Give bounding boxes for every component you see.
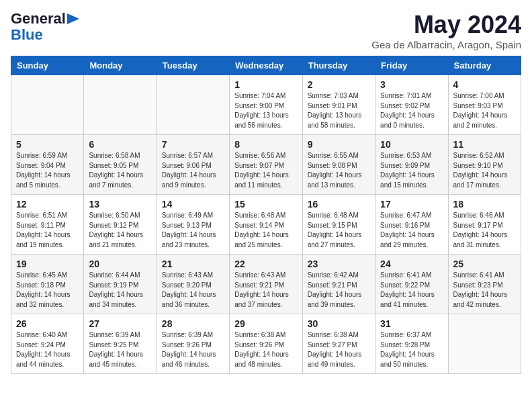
calendar-cell: 3Sunrise: 7:01 AM Sunset: 9:02 PM Daylig… (375, 75, 448, 135)
day-number: 29 (234, 318, 297, 329)
day-number: 13 (89, 199, 151, 210)
calendar-cell (157, 75, 229, 135)
day-info: Sunrise: 6:55 AM Sunset: 9:08 PM Dayligh… (308, 151, 370, 190)
calendar-cell: 22Sunrise: 6:43 AM Sunset: 9:21 PM Dayli… (230, 255, 302, 314)
calendar-cell: 20Sunrise: 6:44 AM Sunset: 9:19 PM Dayli… (84, 255, 157, 314)
day-info: Sunrise: 6:51 AM Sunset: 9:11 PM Dayligh… (16, 211, 79, 250)
logo-arrow-icon (67, 13, 82, 25)
calendar-cell: 29Sunrise: 6:38 AM Sunset: 9:26 PM Dayli… (230, 314, 302, 374)
day-info: Sunrise: 6:41 AM Sunset: 9:23 PM Dayligh… (453, 271, 516, 310)
day-info: Sunrise: 6:46 AM Sunset: 9:17 PM Dayligh… (453, 211, 516, 250)
day-info: Sunrise: 7:04 AM Sunset: 9:00 PM Dayligh… (234, 91, 297, 130)
day-info: Sunrise: 6:48 AM Sunset: 9:14 PM Dayligh… (234, 211, 297, 250)
calendar-week-row: 19Sunrise: 6:45 AM Sunset: 9:18 PM Dayli… (11, 255, 521, 314)
day-number: 5 (16, 139, 79, 150)
calendar-cell: 17Sunrise: 6:47 AM Sunset: 9:16 PM Dayli… (375, 195, 448, 255)
calendar-cell: 4Sunrise: 7:00 AM Sunset: 9:03 PM Daylig… (448, 75, 521, 135)
day-number: 16 (308, 199, 370, 210)
location-text: Gea de Albarracin, Aragon, Spain (371, 39, 521, 50)
calendar-cell (11, 75, 84, 135)
weekday-header-saturday: Saturday (448, 56, 521, 75)
calendar-table: SundayMondayTuesdayWednesdayThursdayFrid… (11, 56, 521, 374)
day-info: Sunrise: 6:56 AM Sunset: 9:07 PM Dayligh… (234, 151, 297, 190)
day-info: Sunrise: 6:43 AM Sunset: 9:21 PM Dayligh… (234, 271, 297, 310)
day-number: 3 (380, 79, 443, 90)
calendar-cell: 21Sunrise: 6:43 AM Sunset: 9:20 PM Dayli… (157, 255, 229, 314)
calendar-cell: 14Sunrise: 6:49 AM Sunset: 9:13 PM Dayli… (157, 195, 229, 255)
day-number: 15 (234, 199, 297, 210)
calendar-cell: 6Sunrise: 6:58 AM Sunset: 9:05 PM Daylig… (84, 135, 157, 195)
logo-text-general: General (11, 11, 66, 27)
calendar-cell: 27Sunrise: 6:39 AM Sunset: 9:25 PM Dayli… (84, 314, 157, 374)
day-info: Sunrise: 6:38 AM Sunset: 9:26 PM Dayligh… (234, 330, 297, 369)
day-info: Sunrise: 6:50 AM Sunset: 9:12 PM Dayligh… (89, 211, 151, 250)
day-number: 6 (89, 139, 151, 150)
calendar-cell: 15Sunrise: 6:48 AM Sunset: 9:14 PM Dayli… (230, 195, 302, 255)
weekday-header-tuesday: Tuesday (157, 56, 229, 75)
calendar-cell: 26Sunrise: 6:40 AM Sunset: 9:24 PM Dayli… (11, 314, 84, 374)
calendar-week-row: 1Sunrise: 7:04 AM Sunset: 9:00 PM Daylig… (11, 75, 521, 135)
calendar-cell (448, 314, 521, 374)
day-number: 25 (453, 259, 516, 269)
calendar-cell: 11Sunrise: 6:52 AM Sunset: 9:10 PM Dayli… (448, 135, 521, 195)
day-number: 24 (380, 259, 443, 269)
svg-marker-0 (67, 13, 79, 24)
day-info: Sunrise: 7:00 AM Sunset: 9:03 PM Dayligh… (453, 91, 516, 130)
weekday-header-sunday: Sunday (11, 56, 84, 75)
day-info: Sunrise: 6:38 AM Sunset: 9:27 PM Dayligh… (308, 330, 370, 369)
calendar-cell: 25Sunrise: 6:41 AM Sunset: 9:23 PM Dayli… (448, 255, 521, 314)
calendar-cell: 2Sunrise: 7:03 AM Sunset: 9:01 PM Daylig… (302, 75, 375, 135)
day-info: Sunrise: 6:59 AM Sunset: 9:04 PM Dayligh… (16, 151, 79, 190)
calendar-cell: 23Sunrise: 6:42 AM Sunset: 9:21 PM Dayli… (302, 255, 375, 314)
day-info: Sunrise: 6:49 AM Sunset: 9:13 PM Dayligh… (162, 211, 224, 250)
day-number: 28 (162, 318, 224, 329)
day-number: 9 (308, 139, 370, 150)
calendar-cell: 9Sunrise: 6:55 AM Sunset: 9:08 PM Daylig… (302, 135, 375, 195)
day-info: Sunrise: 6:43 AM Sunset: 9:20 PM Dayligh… (162, 271, 224, 310)
day-number: 14 (162, 199, 224, 210)
calendar-cell: 31Sunrise: 6:37 AM Sunset: 9:28 PM Dayli… (375, 314, 448, 374)
page-header: General Blue May 2024 Gea de Albarracin,… (11, 11, 521, 50)
calendar-cell: 5Sunrise: 6:59 AM Sunset: 9:04 PM Daylig… (11, 135, 84, 195)
calendar-cell: 16Sunrise: 6:48 AM Sunset: 9:15 PM Dayli… (302, 195, 375, 255)
calendar-cell: 1Sunrise: 7:04 AM Sunset: 9:00 PM Daylig… (230, 75, 302, 135)
day-number: 2 (308, 79, 370, 90)
day-number: 12 (16, 199, 79, 210)
calendar-cell: 18Sunrise: 6:46 AM Sunset: 9:17 PM Dayli… (448, 195, 521, 255)
month-title: May 2024 (371, 11, 521, 39)
calendar-week-row: 26Sunrise: 6:40 AM Sunset: 9:24 PM Dayli… (11, 314, 521, 374)
day-number: 31 (380, 318, 443, 329)
day-number: 26 (16, 318, 79, 329)
day-info: Sunrise: 6:44 AM Sunset: 9:19 PM Dayligh… (89, 271, 151, 310)
day-info: Sunrise: 6:45 AM Sunset: 9:18 PM Dayligh… (16, 271, 79, 310)
day-number: 7 (162, 139, 224, 150)
day-info: Sunrise: 6:39 AM Sunset: 9:26 PM Dayligh… (162, 330, 224, 369)
day-info: Sunrise: 6:39 AM Sunset: 9:25 PM Dayligh… (89, 330, 151, 369)
day-number: 11 (453, 139, 516, 150)
day-info: Sunrise: 6:52 AM Sunset: 9:10 PM Dayligh… (453, 151, 516, 190)
day-info: Sunrise: 6:37 AM Sunset: 9:28 PM Dayligh… (380, 330, 443, 369)
calendar-cell: 12Sunrise: 6:51 AM Sunset: 9:11 PM Dayli… (11, 195, 84, 255)
day-number: 23 (308, 259, 370, 269)
day-info: Sunrise: 6:47 AM Sunset: 9:16 PM Dayligh… (380, 211, 443, 250)
logo: General Blue (11, 11, 82, 43)
calendar-cell: 30Sunrise: 6:38 AM Sunset: 9:27 PM Dayli… (302, 314, 375, 374)
day-info: Sunrise: 7:03 AM Sunset: 9:01 PM Dayligh… (308, 91, 370, 130)
weekday-header-wednesday: Wednesday (230, 56, 302, 75)
day-number: 1 (234, 79, 297, 90)
day-number: 22 (234, 259, 297, 269)
day-number: 20 (89, 259, 151, 269)
day-info: Sunrise: 6:40 AM Sunset: 9:24 PM Dayligh… (16, 330, 79, 369)
day-number: 4 (453, 79, 516, 90)
day-info: Sunrise: 6:41 AM Sunset: 9:22 PM Dayligh… (380, 271, 443, 310)
day-info: Sunrise: 6:57 AM Sunset: 9:06 PM Dayligh… (162, 151, 224, 190)
calendar-cell: 10Sunrise: 6:53 AM Sunset: 9:09 PM Dayli… (375, 135, 448, 195)
day-info: Sunrise: 6:53 AM Sunset: 9:09 PM Dayligh… (380, 151, 443, 190)
calendar-cell: 28Sunrise: 6:39 AM Sunset: 9:26 PM Dayli… (157, 314, 229, 374)
day-number: 27 (89, 318, 151, 329)
day-number: 17 (380, 199, 443, 210)
weekday-header-thursday: Thursday (302, 56, 375, 75)
calendar-week-row: 5Sunrise: 6:59 AM Sunset: 9:04 PM Daylig… (11, 135, 521, 195)
logo-text-blue: Blue (11, 27, 43, 43)
calendar-header-row: SundayMondayTuesdayWednesdayThursdayFrid… (11, 56, 521, 75)
